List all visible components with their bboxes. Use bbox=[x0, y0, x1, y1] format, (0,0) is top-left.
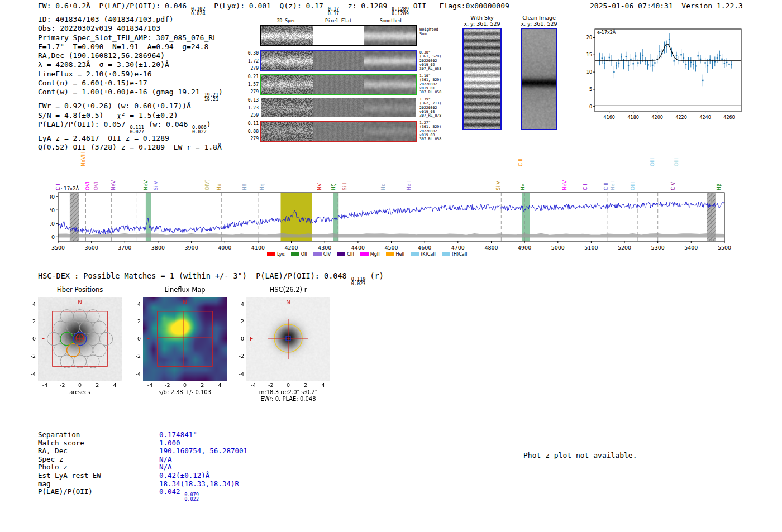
data-point bbox=[616, 65, 617, 66]
row-scale-value: 1.72 bbox=[246, 59, 259, 64]
spectral-line-label: SiII bbox=[342, 183, 347, 190]
table-row-value: 190.160754, 56.287001 bbox=[159, 447, 247, 456]
row-obs-labels: 1.39" (362, 713) 20220302 v019_03 307_RL… bbox=[419, 98, 441, 118]
svg-text:4500: 4500 bbox=[384, 245, 398, 251]
spectral-line-label: NeVIII bbox=[80, 152, 86, 166]
x-tick-label: -4 bbox=[40, 382, 51, 388]
data-point bbox=[683, 57, 684, 59]
svg-text:3700: 3700 bbox=[118, 245, 131, 251]
data-point bbox=[602, 57, 603, 59]
with-sky-header: With Sky x, y: 361, 529 bbox=[459, 15, 506, 27]
row-scale-value: 1.23 bbox=[246, 106, 259, 111]
smoothed-image bbox=[364, 75, 416, 94]
row-scale-labels: 0.301.72279 bbox=[246, 51, 259, 71]
legend-label: MgII bbox=[370, 252, 380, 257]
north-label: N bbox=[183, 299, 187, 305]
hsc-caption-2: EWr: 0. PLAE: 0.048 bbox=[246, 396, 330, 402]
svg-text:4600: 4600 bbox=[418, 245, 431, 251]
fiber-circle bbox=[93, 344, 106, 357]
table-row: RA, Dec190.160754, 56.287001 bbox=[38, 447, 247, 456]
x-tick-label: 4 bbox=[318, 382, 329, 388]
y-tick-label: -4 bbox=[23, 371, 36, 377]
fiber-positions-title: Fiber Positions bbox=[38, 286, 122, 294]
data-point bbox=[628, 65, 629, 66]
legend-label: Lyα bbox=[277, 252, 285, 257]
lineflux-map-panel: Lineflux Map NE s/b: 2.38 +/- 0.103 -4-4… bbox=[127, 284, 242, 404]
col-header-2dspec: 2D Spec bbox=[260, 18, 312, 23]
table-row: Photo zN/A bbox=[38, 463, 247, 472]
spectral-line-label: OIV] bbox=[204, 180, 210, 190]
data-point bbox=[654, 62, 655, 63]
spectral-line-label: CII bbox=[583, 184, 588, 190]
info-line: LineFlux = 2.10(±0.59)e-16 bbox=[38, 70, 223, 79]
fiber-xlabel: arcsecs bbox=[38, 389, 122, 395]
data-point bbox=[717, 57, 718, 59]
legend-label: (H)CaII bbox=[452, 252, 467, 257]
hsc-match-table: Separation0.174841"Match score1.000RA, D… bbox=[38, 431, 247, 501]
photz-note: Phot z plot not available. bbox=[523, 451, 637, 459]
row-scale-value: 0.88 bbox=[246, 129, 259, 134]
hetdex-detection-report: EW: 0.6±0.2Å P(LAE)/P(OII): 0.046 0.1020… bbox=[0, 0, 782, 532]
row-scale-value: 279 bbox=[246, 136, 259, 141]
info-line: ID: 4018347103 (4018347103.pdf) bbox=[38, 15, 223, 24]
x-tick-label: 2 bbox=[92, 382, 103, 388]
row-scale-labels: 0.110.88279 bbox=[246, 121, 259, 141]
data-point bbox=[698, 55, 699, 56]
east-label: E bbox=[146, 336, 150, 342]
2d-spec-row bbox=[260, 97, 417, 118]
table-row-label: mag bbox=[38, 480, 159, 488]
y-tick-label: -4 bbox=[128, 371, 141, 377]
legend-label: CIV bbox=[323, 252, 331, 257]
data-point bbox=[685, 64, 686, 65]
smoothed-image bbox=[364, 98, 416, 117]
spectral-line-label: OIII bbox=[674, 158, 679, 166]
cutout-column-headers: 2D Spec Pixel Flat Smoothed bbox=[260, 18, 417, 23]
timestamp-version: 2025-01-06 07:40:31 Version 1.22.3 bbox=[590, 2, 743, 10]
extent-box bbox=[158, 311, 212, 366]
spectral-line-label: Hθ bbox=[242, 184, 247, 190]
fiber-circle bbox=[93, 321, 106, 334]
svg-text:4300: 4300 bbox=[318, 245, 331, 251]
table-row: Match score1.000 bbox=[38, 439, 247, 448]
spectral-line-label: NeV bbox=[562, 180, 568, 190]
info-line: Cont(n) = 6.60(±0.15)e-17 bbox=[38, 79, 223, 88]
y-tick-label: 4 bbox=[232, 301, 244, 307]
data-point bbox=[690, 62, 692, 63]
table-row-label: Spec z bbox=[38, 456, 159, 464]
info-line: λ = 4208.23Å σ = 3.30(±1.20)Å bbox=[38, 60, 223, 69]
y-tick-label: 0 bbox=[23, 336, 36, 342]
info-line: Cont(w) = 1.00(±0.00)e-16 (gmag 19.21 19… bbox=[38, 88, 223, 102]
svg-text:5000: 5000 bbox=[551, 245, 565, 251]
svg-text:4180: 4180 bbox=[628, 115, 639, 120]
spectral-line-label: Hη bbox=[259, 184, 265, 190]
data-point bbox=[707, 65, 708, 66]
table-row: P(LAE)/P(OII)0.042 0.0790.022 bbox=[38, 488, 247, 501]
spectral-line-label: OIII bbox=[650, 158, 655, 166]
spectrum-legend: LyαOIICIVCIIIMgIIHeII(K)CaII(H)CaII bbox=[267, 252, 467, 257]
table-row: mag18.34(18.33,18.34)R bbox=[38, 480, 247, 488]
x-tick-label: -2 bbox=[162, 382, 173, 388]
row-scale-value: 1.57 bbox=[246, 82, 259, 87]
lineflux-map-overlay: NE bbox=[143, 297, 227, 381]
fiber-circle bbox=[80, 321, 93, 334]
svg-text:30: 30 bbox=[50, 194, 55, 200]
stacked-uncertainty: 19.2119.21 bbox=[204, 93, 218, 102]
2d-spec-image bbox=[261, 122, 313, 141]
spectral-line-label: NeV bbox=[143, 180, 149, 190]
legend-swatch bbox=[337, 252, 345, 256]
x-tick-label: 2 bbox=[300, 382, 311, 388]
spectral-line-label: CIII bbox=[603, 183, 609, 190]
data-point bbox=[702, 80, 703, 81]
svg-text:10: 10 bbox=[50, 221, 55, 227]
table-row-value: N/A bbox=[159, 463, 172, 472]
legend-label: CIII bbox=[347, 252, 354, 257]
legend-item: (K)CaII bbox=[411, 252, 436, 257]
svg-text:5400: 5400 bbox=[684, 245, 698, 251]
data-point bbox=[613, 71, 614, 73]
svg-text:5200: 5200 bbox=[618, 245, 631, 251]
info-line: S/N = 4.8(±0.5) χ² = 1.5(±0.2) bbox=[38, 111, 223, 120]
stacked-uncertainty: 0.12890.1289 bbox=[392, 7, 409, 16]
data-point bbox=[721, 59, 722, 60]
data-point bbox=[714, 61, 716, 62]
2d-spec-row bbox=[260, 74, 417, 95]
